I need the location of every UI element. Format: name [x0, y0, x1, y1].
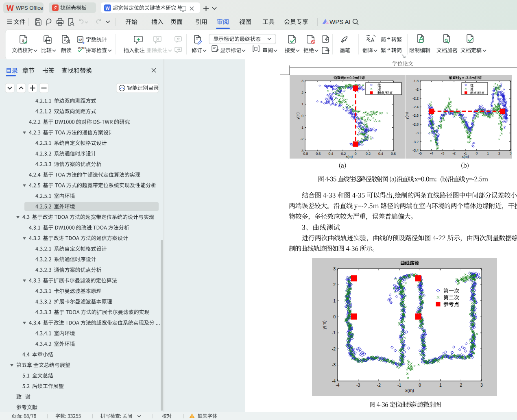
svg-text:0: 0 [355, 152, 357, 156]
svg-text:-2: -2 [300, 137, 303, 141]
svg-text:WPS AI: WPS AI [329, 18, 351, 25]
svg-text:3: 3 [480, 383, 483, 387]
svg-text:-3.4: -3.4 [412, 148, 419, 152]
svg-text:-1: -1 [397, 383, 401, 387]
svg-text:y(m): y(m) [405, 112, 409, 119]
svg-text:ABC: ABC [78, 46, 86, 50]
svg-text:2: 2 [301, 91, 303, 95]
svg-text:-2.2: -2.2 [412, 96, 419, 100]
svg-text:-2: -2 [377, 383, 380, 387]
svg-text:-2.4: -2.4 [412, 105, 419, 109]
svg-text:0: 0 [301, 114, 303, 118]
svg-text:W: W [105, 6, 110, 11]
svg-text:-1.8: -1.8 [412, 79, 419, 83]
svg-text:0: 0 [333, 314, 336, 319]
svg-text:-0.6: -0.6 [315, 152, 321, 156]
svg-text:-0.2: -0.2 [340, 152, 346, 156]
svg-text:0: 0 [419, 383, 421, 387]
svg-text:3: 3 [333, 266, 336, 271]
svg-text:-1: -1 [300, 126, 303, 130]
svg-text:0.2: 0.2 [366, 152, 371, 156]
svg-text:0: 0 [476, 151, 478, 155]
svg-text:-5: -5 [419, 151, 422, 155]
svg-text:0.4: 0.4 [378, 152, 383, 156]
svg-text:-3: -3 [300, 149, 303, 153]
svg-text:2: 2 [460, 383, 462, 387]
svg-text:1: 1 [301, 102, 303, 106]
svg-text:x(m): x(m) [462, 155, 469, 159]
svg-text:-3: -3 [356, 383, 360, 387]
svg-text:2: 2 [333, 282, 336, 287]
svg-text:a: a [22, 37, 24, 43]
svg-text:3: 3 [301, 79, 303, 83]
svg-text:-3.2: -3.2 [412, 140, 419, 144]
svg-text:12: 12 [78, 38, 82, 42]
svg-text:-3: -3 [441, 151, 445, 155]
svg-text:-4: -4 [336, 383, 339, 387]
svg-text:-2.8: -2.8 [412, 122, 419, 126]
svg-text:-2: -2 [332, 346, 336, 351]
svg-text:1: 1 [333, 298, 336, 303]
svg-text:-3: -3 [415, 131, 419, 135]
svg-text:1: 1 [439, 383, 442, 387]
svg-text:3: 3 [510, 151, 512, 155]
svg-text:-0.4: -0.4 [327, 152, 334, 156]
svg-text:-2.6: -2.6 [412, 113, 419, 118]
svg-text:0.6: 0.6 [391, 152, 396, 156]
svg-text:WPS Office: WPS Office [16, 5, 43, 11]
svg-text:-4: -4 [430, 151, 433, 155]
svg-text:-4: -4 [332, 379, 336, 383]
svg-text:x(m): x(m) [346, 155, 353, 159]
svg-text:-1: -1 [332, 330, 336, 335]
svg-text:x(m): x(m) [405, 388, 414, 393]
svg-text:y(m): y(m) [322, 320, 327, 329]
svg-text:-2: -2 [452, 151, 456, 155]
svg-text:-2: -2 [415, 87, 419, 91]
svg-text:2: 2 [498, 151, 500, 155]
svg-text:1: 1 [487, 151, 489, 155]
svg-text:y(m): y(m) [296, 112, 300, 119]
svg-text:-3: -3 [332, 362, 336, 367]
